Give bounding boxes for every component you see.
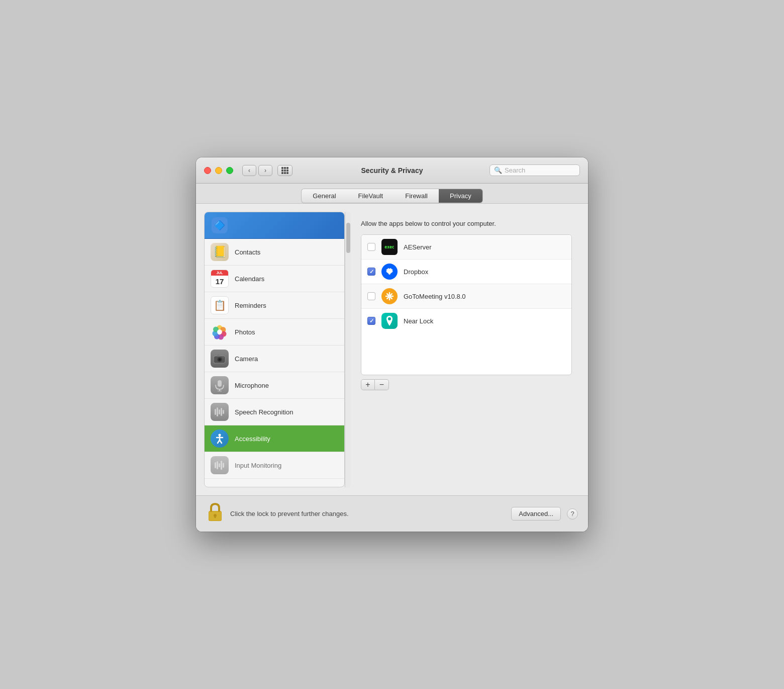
speech-recognition-icon <box>211 403 229 421</box>
tab-firewall[interactable]: Firewall <box>394 189 439 203</box>
sidebar-label-reminders: Reminders <box>235 302 266 309</box>
calendars-icon: JUL 17 <box>211 270 229 288</box>
sidebar-item-speech-recognition[interactable]: Speech Recognition <box>205 399 344 425</box>
svg-point-10 <box>217 329 222 334</box>
remove-button[interactable]: − <box>375 379 389 390</box>
table-row: Near Lock <box>361 309 571 333</box>
maximize-button[interactable] <box>226 167 233 174</box>
sidebar-item-reminders[interactable]: 📋 Reminders <box>205 292 344 319</box>
tab-privacy[interactable]: Privacy <box>439 189 483 203</box>
tabs-bar: General FileVault Firewall Privacy <box>196 184 588 204</box>
sidebar-wrapper: 🔷 📒 Contacts JUL 17 <box>204 212 351 487</box>
svg-rect-36 <box>223 463 224 468</box>
sidebar-item-input-monitoring[interactable]: Input Monitoring <box>205 452 344 479</box>
grid-button[interactable] <box>277 165 292 176</box>
window-title: Security & Privacy <box>361 166 423 175</box>
right-panel: Allow the apps below to control your com… <box>351 212 580 487</box>
scrollbar-thumb[interactable] <box>346 223 350 253</box>
forward-button[interactable]: › <box>258 165 272 176</box>
sidebar-item-photos[interactable]: Photos <box>205 319 344 346</box>
sidebar-item-calendars[interactable]: JUL 17 Calendars <box>205 266 344 292</box>
close-button[interactable] <box>204 167 211 174</box>
sidebar-scrollbar[interactable] <box>345 212 351 487</box>
svg-rect-16 <box>217 355 220 357</box>
table-row: exec AEServer <box>361 235 571 260</box>
panel-description: Allow the apps below to control your com… <box>361 220 572 227</box>
back-icon: ‹ <box>248 167 250 174</box>
sidebar-item-top[interactable]: 🔷 <box>205 212 344 239</box>
contacts-icon: 📒 <box>211 243 229 261</box>
advanced-button[interactable]: Advanced... <box>511 507 561 521</box>
svg-point-17 <box>223 357 224 359</box>
search-input[interactable] <box>505 166 575 174</box>
sidebar-item-contacts[interactable]: 📒 Contacts <box>205 239 344 266</box>
svg-rect-25 <box>223 410 224 414</box>
svg-rect-18 <box>218 380 222 387</box>
svg-point-37 <box>388 273 390 275</box>
grid-icon <box>281 167 288 174</box>
lock-icon[interactable] <box>206 502 224 526</box>
sidebar-label-calendars: Calendars <box>235 275 264 283</box>
add-button[interactable]: + <box>361 379 375 390</box>
svg-rect-47 <box>215 515 216 518</box>
microphone-icon <box>211 376 229 394</box>
back-button[interactable]: ‹ <box>242 165 256 176</box>
forward-icon: › <box>264 167 266 174</box>
aeserver-name: AEServer <box>404 243 432 251</box>
search-box[interactable]: 🔍 <box>489 164 580 176</box>
sidebar-label-contacts: Contacts <box>235 248 260 256</box>
nav-buttons: ‹ › <box>242 165 272 176</box>
sidebar-top-icon: 🔷 <box>211 216 229 234</box>
sidebar-item-camera[interactable]: Camera <box>205 346 344 372</box>
svg-rect-21 <box>215 409 216 415</box>
dropbox-name: Dropbox <box>404 268 428 276</box>
gotomeeting-name: GoToMeeting v10.8.0 <box>404 293 466 300</box>
traffic-lights <box>204 167 233 174</box>
table-row: GoToMeeting v10.8.0 <box>361 284 571 309</box>
photos-icon <box>211 323 229 341</box>
nearlock-icon <box>381 313 398 329</box>
svg-rect-32 <box>215 462 216 468</box>
sidebar-item-accessibility[interactable]: Accessibility <box>205 425 344 452</box>
svg-text:🔷: 🔷 <box>214 220 226 231</box>
input-monitoring-icon <box>211 456 229 474</box>
aeserver-checkbox[interactable] <box>367 243 375 251</box>
gotomeeting-icon <box>381 288 398 304</box>
sidebar-label-input-monitoring: Input Monitoring <box>235 462 281 469</box>
reminders-icon: 📋 <box>211 296 229 314</box>
search-icon: 🔍 <box>494 166 502 174</box>
dropbox-checkbox[interactable] <box>367 268 375 276</box>
svg-rect-23 <box>219 409 220 414</box>
svg-point-43 <box>388 317 391 320</box>
svg-point-15 <box>219 359 221 361</box>
dropbox-icon <box>381 264 398 280</box>
app-list: exec AEServer <box>361 234 572 375</box>
sidebar: 🔷 📒 Contacts JUL 17 <box>204 212 345 487</box>
sidebar-label-speech-recognition: Speech Recognition <box>235 408 293 416</box>
tab-general[interactable]: General <box>301 189 347 203</box>
tab-filevault[interactable]: FileVault <box>347 189 395 203</box>
aeserver-icon: exec <box>381 239 398 255</box>
svg-line-31 <box>220 440 222 443</box>
table-row: Dropbox <box>361 260 571 284</box>
svg-rect-33 <box>217 461 218 469</box>
svg-rect-34 <box>219 463 220 467</box>
main-window: ‹ › Security & Privacy 🔍 General FileVau… <box>196 157 588 532</box>
camera-icon <box>211 350 229 368</box>
list-actions: + − <box>361 379 572 390</box>
sidebar-label-photos: Photos <box>235 328 255 336</box>
nearlock-name: Near Lock <box>404 317 433 325</box>
accessibility-icon <box>211 429 229 448</box>
svg-rect-35 <box>221 461 222 470</box>
bottom-bar: Click the lock to prevent further change… <box>196 495 588 532</box>
nearlock-checkbox[interactable] <box>367 317 375 325</box>
titlebar: ‹ › Security & Privacy 🔍 <box>196 157 588 184</box>
sidebar-label-camera: Camera <box>235 355 258 363</box>
sidebar-label-microphone: Microphone <box>235 382 269 389</box>
sidebar-item-microphone[interactable]: Microphone <box>205 372 344 399</box>
svg-rect-24 <box>221 408 222 416</box>
minimize-button[interactable] <box>215 167 222 174</box>
gotomeeting-checkbox[interactable] <box>367 292 375 300</box>
help-button[interactable]: ? <box>567 508 578 520</box>
lock-text: Click the lock to prevent further change… <box>230 510 505 518</box>
